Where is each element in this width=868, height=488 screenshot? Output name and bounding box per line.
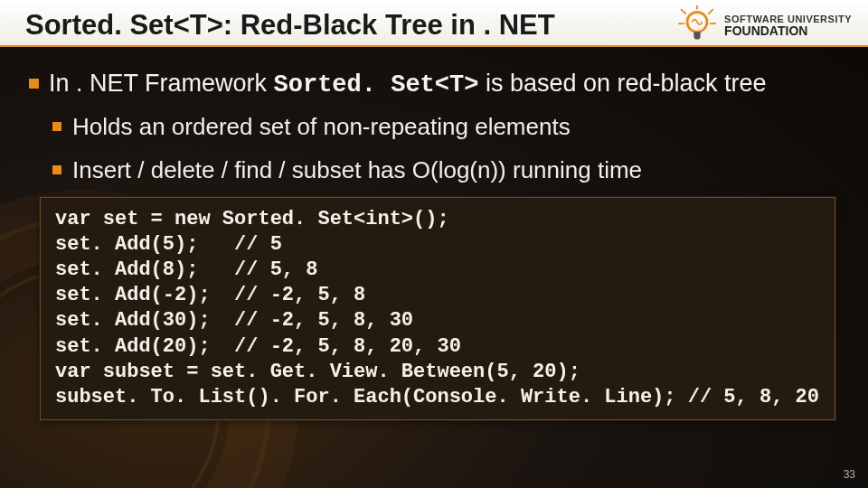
logo: SOFTWARE UNIVERSITY FOUNDATION (677, 5, 852, 45)
slide: Sorted. Set<T>: Red-Black Tree in . NET … (0, 0, 868, 488)
code-block: var set = new Sorted. Set<int>(); set. A… (40, 197, 835, 420)
bullet-main-code: Sorted. Set<T> (274, 71, 479, 99)
sub-bullet-list: Holds an ordered set of non-repeating el… (49, 110, 843, 187)
logo-line1: SOFTWARE UNIVERSITY (724, 14, 852, 24)
logo-line2: FOUNDATION (724, 24, 852, 37)
sub-bullet-2: Insert / delete / find / subset has O(lo… (49, 154, 843, 188)
bullet-list: In . NET Framework Sorted. Set<T> is bas… (25, 67, 843, 188)
sub-bullet-1: Holds an ordered set of non-repeating el… (49, 110, 843, 145)
lightbulb-icon (677, 5, 717, 45)
bullet-main-post: is based on red-black tree (478, 70, 766, 97)
bullet-main-pre: In . NET Framework (49, 70, 274, 97)
page-number: 33 (844, 468, 855, 481)
bullet-main: In . NET Framework Sorted. Set<T> is bas… (25, 67, 843, 188)
